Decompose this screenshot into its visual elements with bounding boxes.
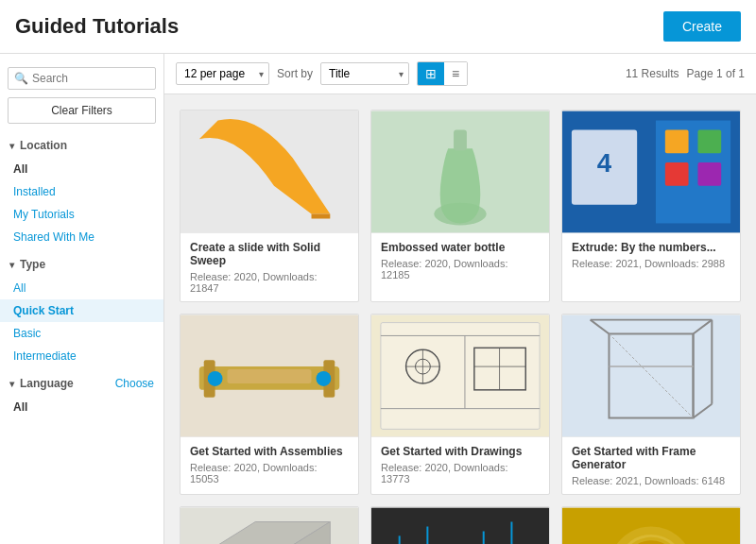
language-header[interactable]: ▾ Language Choose — [0, 371, 163, 396]
tutorial-info: Extrude: By the numbers... Release: 2021… — [562, 233, 740, 277]
svg-text:4: 4 — [597, 148, 612, 178]
svg-rect-20 — [381, 323, 540, 430]
header: Guided Tutorials Create — [0, 0, 756, 54]
tutorial-title: Create a slide with Solid Sweep — [190, 241, 349, 267]
tutorial-meta: Release: 2021, Downloads: 2988 — [572, 258, 730, 269]
tutorial-title: Extrude: By the numbers... — [572, 241, 730, 254]
tutorial-thumbnail — [180, 110, 358, 233]
type-all[interactable]: All — [0, 277, 163, 299]
tutorial-thumbnail — [562, 314, 740, 437]
sort-select[interactable]: Title Release Downloads — [320, 62, 409, 85]
clear-filters-button[interactable]: Clear Filters — [8, 97, 156, 124]
tutorial-thumbnail: 4 — [562, 110, 740, 233]
tutorial-info: Get Started with Drawings Release: 2020,… — [371, 437, 549, 492]
tutorial-grid: Create a slide with Solid Sweep Release:… — [164, 94, 756, 544]
tutorial-info: Get Started with Assemblies Release: 202… — [180, 437, 358, 492]
toolbar: 12 per page 24 per page 48 per page Sort… — [164, 54, 756, 94]
svg-rect-9 — [697, 162, 721, 186]
sidebar: 🔍 Clear Filters ▾ Location All Installed… — [0, 54, 164, 544]
tutorial-card[interactable]: Embossed water bottle Release: 2020, Dow… — [370, 110, 550, 302]
per-page-wrapper: 12 per page 24 per page 48 per page — [176, 62, 269, 85]
svg-rect-18 — [227, 369, 311, 383]
page-title: Guided Tutorials — [15, 14, 179, 39]
tutorial-meta: Release: 2020, Downloads: 15053 — [190, 462, 349, 484]
tutorial-card[interactable]: Get Started with Frame Generator Release… — [561, 314, 741, 495]
type-intermediate[interactable]: Intermediate — [0, 345, 163, 367]
type-header[interactable]: ▾ Type — [0, 252, 163, 277]
svg-rect-8 — [665, 162, 689, 186]
sort-by-label: Sort by — [277, 67, 313, 80]
tutorial-thumbnail — [371, 110, 549, 233]
language-chevron-icon: ▾ — [9, 379, 14, 389]
tutorial-meta: Release: 2020, Downloads: 12185 — [381, 258, 540, 280]
tutorial-card[interactable]: Sculpt a Bottle Release: 2021, Downloads… — [561, 506, 741, 544]
tutorial-thumbnail — [562, 507, 740, 544]
language-filter: ▾ Language Choose All — [0, 371, 163, 418]
tutorial-card[interactable]: Create a slide with Solid Sweep Release:… — [180, 110, 359, 302]
location-my-tutorials[interactable]: My Tutorials — [0, 203, 163, 226]
type-filter: ▾ Type All Quick Start Basic Intermediat… — [0, 252, 163, 367]
tutorial-card[interactable]: Getting Started with iLogic Release: 202… — [370, 506, 550, 544]
tutorial-meta: Release: 2020, Downloads: 21847 — [190, 271, 349, 294]
create-button[interactable]: Create — [663, 11, 741, 42]
location-installed[interactable]: Installed — [0, 180, 163, 203]
tutorial-meta: Release: 2021, Downloads: 6148 — [572, 475, 730, 486]
tutorial-thumbnail: 👟 — [180, 507, 358, 544]
location-filter: ▾ Location All Installed My Tutorials Sh… — [0, 133, 163, 248]
tutorial-title: Get Started with Drawings — [381, 445, 540, 458]
svg-point-17 — [316, 371, 331, 386]
svg-rect-7 — [697, 129, 721, 153]
language-choose[interactable]: Choose — [115, 377, 154, 390]
type-quickstart[interactable]: Quick Start — [0, 299, 163, 322]
language-label: Language — [20, 377, 74, 390]
search-icon: 🔍 — [14, 72, 28, 85]
tutorial-thumbnail — [371, 507, 549, 544]
location-chevron-icon: ▾ — [9, 141, 14, 151]
tutorial-info: Get Started with Frame Generator Release… — [562, 437, 740, 494]
type-chevron-icon: ▾ — [9, 260, 14, 270]
search-box[interactable]: 🔍 — [8, 67, 156, 90]
svg-rect-6 — [665, 129, 689, 153]
tutorial-thumbnail — [371, 314, 549, 437]
tutorial-card[interactable]: Get Started with Assemblies Release: 202… — [180, 314, 359, 495]
list-view-button[interactable]: ≡ — [444, 62, 467, 85]
location-label: Location — [20, 139, 67, 152]
location-header[interactable]: ▾ Location — [0, 133, 163, 158]
grid-view-button[interactable]: ⊞ — [418, 62, 444, 85]
location-shared-with-me[interactable]: Shared With Me — [0, 226, 163, 248]
sort-wrapper: Title Release Downloads — [320, 62, 409, 85]
tutorial-info: Embossed water bottle Release: 2020, Dow… — [371, 233, 549, 288]
type-label: Type — [20, 258, 45, 271]
search-input[interactable] — [32, 72, 149, 85]
results-count: 11 Results — [626, 67, 679, 80]
main-content: 12 per page 24 per page 48 per page Sort… — [164, 54, 756, 544]
tutorial-thumbnail — [180, 314, 358, 437]
location-all[interactable]: All — [0, 158, 163, 180]
tutorial-card[interactable]: 4 Extrude: By the numbers... Release: 20… — [561, 110, 741, 302]
tutorial-card[interactable]: Get Started with Drawings Release: 2020,… — [370, 314, 550, 495]
tutorial-info: Create a slide with Solid Sweep Release:… — [180, 233, 358, 301]
svg-point-16 — [208, 371, 223, 386]
per-page-select[interactable]: 12 per page 24 per page 48 per page — [176, 62, 269, 85]
type-basic[interactable]: Basic — [0, 322, 163, 345]
view-toggle: ⊞ ≡ — [417, 61, 468, 86]
tutorial-meta: Release: 2020, Downloads: 13773 — [381, 462, 540, 484]
tutorial-title: Get Started with Assemblies — [190, 445, 349, 458]
tutorial-title: Get Started with Frame Generator — [572, 445, 730, 471]
tutorial-title: Embossed water bottle — [381, 241, 540, 254]
svg-rect-46 — [371, 508, 549, 544]
language-all[interactable]: All — [0, 396, 163, 418]
svg-rect-3 — [454, 129, 467, 150]
tutorial-card[interactable]: 👟 Introduction to Sheet Metal Release: 2… — [180, 506, 359, 544]
page-info: Page 1 of 1 — [687, 67, 745, 80]
